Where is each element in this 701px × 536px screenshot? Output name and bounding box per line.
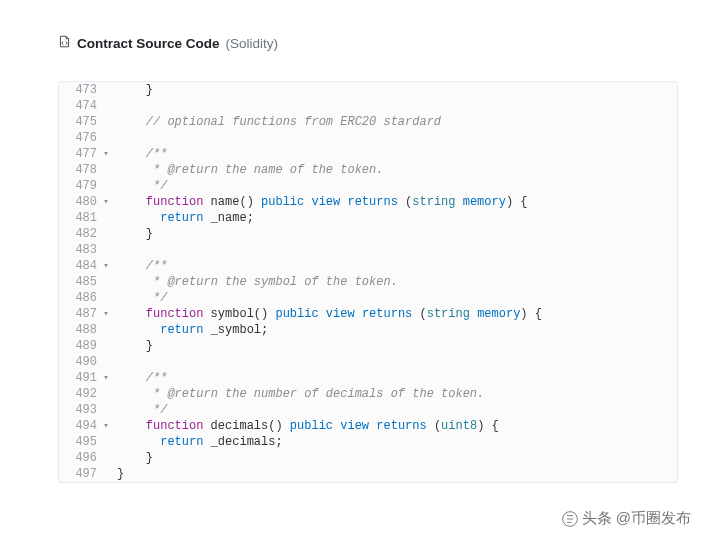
code-line: 487▾ function symbol() public view retur…	[59, 306, 677, 322]
source-code-viewer[interactable]: 473 }474475 // optional functions from E…	[58, 81, 678, 483]
line-number: 474	[59, 98, 101, 114]
code-text: * @return the name of the token.	[111, 162, 383, 178]
watermark-prefix: 头条	[582, 509, 612, 528]
code-line: 481 return _name;	[59, 210, 677, 226]
code-text: /**	[111, 146, 167, 162]
code-line: 494▾ function decimals() public view ret…	[59, 418, 677, 434]
heading-subtitle: (Solidity)	[226, 36, 279, 51]
fold-marker	[101, 226, 111, 242]
fold-marker[interactable]: ▾	[101, 306, 111, 322]
fold-marker	[101, 114, 111, 130]
code-text	[111, 242, 117, 258]
line-number: 493	[59, 402, 101, 418]
fold-marker[interactable]: ▾	[101, 370, 111, 386]
line-number: 486	[59, 290, 101, 306]
code-line: 480▾ function name() public view returns…	[59, 194, 677, 210]
section-heading: Contract Source Code (Solidity)	[58, 35, 701, 51]
heading-title: Contract Source Code	[77, 36, 220, 51]
line-number: 475	[59, 114, 101, 130]
fold-marker	[101, 162, 111, 178]
code-line: 476	[59, 130, 677, 146]
code-line: 473 }	[59, 82, 677, 98]
line-number: 490	[59, 354, 101, 370]
line-number: 496	[59, 450, 101, 466]
code-line: 478 * @return the name of the token.	[59, 162, 677, 178]
code-line: 491▾ /**	[59, 370, 677, 386]
code-text: return _name;	[111, 210, 254, 226]
fold-marker	[101, 242, 111, 258]
code-line: 482 }	[59, 226, 677, 242]
fold-marker	[101, 466, 111, 482]
code-line: 489 }	[59, 338, 677, 354]
code-line: 485 * @return the symbol of the token.	[59, 274, 677, 290]
fold-marker	[101, 434, 111, 450]
code-text: // optional functions from ERC20 stardar…	[111, 114, 441, 130]
line-number: 491	[59, 370, 101, 386]
code-text: */	[111, 178, 167, 194]
code-line: 497}	[59, 466, 677, 482]
line-number: 489	[59, 338, 101, 354]
line-number: 497	[59, 466, 101, 482]
fold-marker	[101, 386, 111, 402]
fold-marker	[101, 322, 111, 338]
code-text	[111, 98, 117, 114]
code-line: 475 // optional functions from ERC20 sta…	[59, 114, 677, 130]
line-number: 483	[59, 242, 101, 258]
fold-marker	[101, 290, 111, 306]
code-text: */	[111, 402, 167, 418]
fold-marker	[101, 178, 111, 194]
fold-marker	[101, 402, 111, 418]
code-text: * @return the number of decimals of the …	[111, 386, 484, 402]
code-text: }	[111, 450, 153, 466]
line-number: 479	[59, 178, 101, 194]
line-number: 478	[59, 162, 101, 178]
code-line: 490	[59, 354, 677, 370]
fold-marker	[101, 210, 111, 226]
line-number: 495	[59, 434, 101, 450]
fold-marker	[101, 98, 111, 114]
code-text: function name() public view returns (str…	[111, 194, 528, 210]
code-text: }	[111, 338, 153, 354]
code-line: 477▾ /**	[59, 146, 677, 162]
line-number: 484	[59, 258, 101, 274]
code-text: }	[111, 82, 153, 98]
code-text: /**	[111, 258, 167, 274]
code-line: 495 return _decimals;	[59, 434, 677, 450]
fold-marker	[101, 82, 111, 98]
fold-marker	[101, 354, 111, 370]
line-number: 487	[59, 306, 101, 322]
code-line: 496 }	[59, 450, 677, 466]
line-number: 482	[59, 226, 101, 242]
line-number: 488	[59, 322, 101, 338]
fold-marker[interactable]: ▾	[101, 418, 111, 434]
code-line: 493 */	[59, 402, 677, 418]
fold-marker	[101, 450, 111, 466]
code-text: function symbol() public view returns (s…	[111, 306, 542, 322]
line-number: 473	[59, 82, 101, 98]
line-number: 494	[59, 418, 101, 434]
watermark-handle: @币圈发布	[616, 509, 691, 528]
fold-marker	[101, 130, 111, 146]
code-line: 479 */	[59, 178, 677, 194]
code-line: 483	[59, 242, 677, 258]
watermark-icon	[562, 511, 578, 527]
code-text: return _decimals;	[111, 434, 283, 450]
watermark: 头条@币圈发布	[562, 509, 691, 528]
code-text: function decimals() public view returns …	[111, 418, 499, 434]
line-number: 485	[59, 274, 101, 290]
code-text: * @return the symbol of the token.	[111, 274, 398, 290]
code-text: }	[111, 466, 124, 482]
fold-marker[interactable]: ▾	[101, 194, 111, 210]
fold-marker	[101, 338, 111, 354]
code-text	[111, 354, 117, 370]
line-number: 476	[59, 130, 101, 146]
code-line: 492 * @return the number of decimals of …	[59, 386, 677, 402]
code-text: /**	[111, 370, 167, 386]
fold-marker[interactable]: ▾	[101, 258, 111, 274]
file-code-icon	[58, 35, 71, 51]
line-number: 477	[59, 146, 101, 162]
fold-marker[interactable]: ▾	[101, 146, 111, 162]
code-text: return _symbol;	[111, 322, 268, 338]
fold-marker	[101, 274, 111, 290]
line-number: 481	[59, 210, 101, 226]
